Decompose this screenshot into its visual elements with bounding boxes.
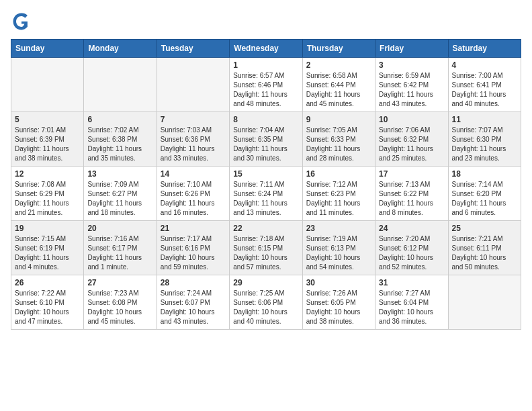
day-cell-21: 21Sunrise: 7:17 AM Sunset: 6:16 PM Dayli… [157,221,229,275]
day-cell-2: 2Sunrise: 6:58 AM Sunset: 6:44 PM Daylig… [302,58,375,112]
header-sunday: Sunday [11,40,84,58]
day-number: 19 [15,224,80,233]
day-cell-28: 28Sunrise: 7:24 AM Sunset: 6:07 PM Dayli… [157,275,229,330]
week-row-3: 12Sunrise: 7:08 AM Sunset: 6:29 PM Dayli… [11,167,521,221]
day-number: 24 [379,224,444,233]
day-number: 25 [452,224,517,233]
day-info: Sunrise: 7:05 AM Sunset: 6:33 PM Dayligh… [306,126,371,163]
day-number: 28 [161,278,226,287]
day-number: 4 [452,60,517,70]
day-info: Sunrise: 7:18 AM Sunset: 6:15 PM Dayligh… [233,234,298,272]
week-row-2: 5Sunrise: 7:01 AM Sunset: 6:39 PM Daylig… [11,112,521,167]
day-info: Sunrise: 7:17 AM Sunset: 6:16 PM Dayligh… [161,234,226,272]
day-number: 12 [15,169,80,179]
day-cell-15: 15Sunrise: 7:11 AM Sunset: 6:24 PM Dayli… [230,167,302,221]
day-info: Sunrise: 7:06 AM Sunset: 6:32 PM Dayligh… [379,126,444,163]
day-number: 3 [379,60,444,70]
day-cell-9: 9Sunrise: 7:05 AM Sunset: 6:33 PM Daylig… [302,112,375,167]
day-info: Sunrise: 7:04 AM Sunset: 6:35 PM Dayligh… [233,126,298,163]
day-number: 11 [452,115,517,124]
day-number: 15 [233,169,298,179]
header-tuesday: Tuesday [157,40,229,58]
header-friday: Friday [375,40,448,58]
day-number: 29 [233,278,298,287]
day-number: 6 [87,115,152,124]
day-number: 16 [306,169,371,179]
day-number: 30 [306,278,371,287]
day-cell-5: 5Sunrise: 7:01 AM Sunset: 6:39 PM Daylig… [11,112,84,167]
day-info: Sunrise: 7:01 AM Sunset: 6:39 PM Dayligh… [15,126,80,163]
empty-cell [157,58,229,112]
day-cell-26: 26Sunrise: 7:22 AM Sunset: 6:10 PM Dayli… [11,275,84,330]
day-info: Sunrise: 7:24 AM Sunset: 6:07 PM Dayligh… [161,289,226,326]
day-cell-25: 25Sunrise: 7:21 AM Sunset: 6:11 PM Dayli… [448,221,521,275]
day-info: Sunrise: 7:03 AM Sunset: 6:36 PM Dayligh… [161,126,226,163]
day-info: Sunrise: 7:08 AM Sunset: 6:29 PM Dayligh… [15,180,80,218]
week-row-1: 1Sunrise: 6:57 AM Sunset: 6:46 PM Daylig… [11,58,521,112]
day-number: 2 [306,60,371,70]
empty-cell [448,275,521,330]
day-info: Sunrise: 7:12 AM Sunset: 6:23 PM Dayligh… [306,180,371,218]
day-info: Sunrise: 7:16 AM Sunset: 6:17 PM Dayligh… [87,234,152,272]
day-cell-10: 10Sunrise: 7:06 AM Sunset: 6:32 PM Dayli… [375,112,448,167]
day-info: Sunrise: 7:22 AM Sunset: 6:10 PM Dayligh… [15,289,80,326]
empty-cell [11,58,84,112]
day-info: Sunrise: 6:59 AM Sunset: 6:42 PM Dayligh… [379,71,444,109]
day-info: Sunrise: 7:15 AM Sunset: 6:19 PM Dayligh… [15,234,80,272]
weekday-header-row: SundayMondayTuesdayWednesdayThursdayFrid… [11,40,521,58]
day-cell-14: 14Sunrise: 7:10 AM Sunset: 6:26 PM Dayli… [157,167,229,221]
header-monday: Monday [84,40,157,58]
day-info: Sunrise: 7:14 AM Sunset: 6:20 PM Dayligh… [452,180,517,218]
page-header [11,11,521,32]
day-cell-23: 23Sunrise: 7:19 AM Sunset: 6:13 PM Dayli… [302,221,375,275]
logo-icon [11,11,32,32]
day-number: 23 [306,224,371,233]
day-number: 14 [161,169,226,179]
day-info: Sunrise: 7:09 AM Sunset: 6:27 PM Dayligh… [87,180,152,218]
day-cell-19: 19Sunrise: 7:15 AM Sunset: 6:19 PM Dayli… [11,221,84,275]
day-number: 8 [233,115,298,124]
empty-cell [84,58,157,112]
day-number: 5 [15,115,80,124]
day-cell-1: 1Sunrise: 6:57 AM Sunset: 6:46 PM Daylig… [230,58,302,112]
day-cell-31: 31Sunrise: 7:27 AM Sunset: 6:04 PM Dayli… [375,275,448,330]
day-info: Sunrise: 7:00 AM Sunset: 6:41 PM Dayligh… [452,71,517,109]
day-number: 18 [452,169,517,179]
day-cell-16: 16Sunrise: 7:12 AM Sunset: 6:23 PM Dayli… [302,167,375,221]
day-info: Sunrise: 7:10 AM Sunset: 6:26 PM Dayligh… [161,180,226,218]
day-cell-12: 12Sunrise: 7:08 AM Sunset: 6:29 PM Dayli… [11,167,84,221]
header-saturday: Saturday [448,40,521,58]
day-info: Sunrise: 7:02 AM Sunset: 6:38 PM Dayligh… [87,126,152,163]
day-number: 10 [379,115,444,124]
day-info: Sunrise: 6:58 AM Sunset: 6:44 PM Dayligh… [306,71,371,109]
day-number: 27 [87,278,152,287]
day-number: 13 [87,169,152,179]
day-number: 31 [379,278,444,287]
day-number: 1 [233,60,298,70]
day-cell-30: 30Sunrise: 7:26 AM Sunset: 6:05 PM Dayli… [302,275,375,330]
day-info: Sunrise: 7:07 AM Sunset: 6:30 PM Dayligh… [452,126,517,163]
day-cell-8: 8Sunrise: 7:04 AM Sunset: 6:35 PM Daylig… [230,112,302,167]
day-cell-20: 20Sunrise: 7:16 AM Sunset: 6:17 PM Dayli… [84,221,157,275]
day-info: Sunrise: 7:19 AM Sunset: 6:13 PM Dayligh… [306,234,371,272]
header-wednesday: Wednesday [230,40,302,58]
day-number: 7 [161,115,226,124]
header-thursday: Thursday [302,40,375,58]
day-info: Sunrise: 7:27 AM Sunset: 6:04 PM Dayligh… [379,289,444,326]
day-cell-3: 3Sunrise: 6:59 AM Sunset: 6:42 PM Daylig… [375,58,448,112]
day-number: 22 [233,224,298,233]
day-number: 17 [379,169,444,179]
day-cell-29: 29Sunrise: 7:25 AM Sunset: 6:06 PM Dayli… [230,275,302,330]
day-cell-4: 4Sunrise: 7:00 AM Sunset: 6:41 PM Daylig… [448,58,521,112]
week-row-5: 26Sunrise: 7:22 AM Sunset: 6:10 PM Dayli… [11,275,521,330]
day-info: Sunrise: 7:13 AM Sunset: 6:22 PM Dayligh… [379,180,444,218]
day-cell-13: 13Sunrise: 7:09 AM Sunset: 6:27 PM Dayli… [84,167,157,221]
day-cell-22: 22Sunrise: 7:18 AM Sunset: 6:15 PM Dayli… [230,221,302,275]
day-number: 26 [15,278,80,287]
day-info: Sunrise: 7:26 AM Sunset: 6:05 PM Dayligh… [306,289,371,326]
day-cell-17: 17Sunrise: 7:13 AM Sunset: 6:22 PM Dayli… [375,167,448,221]
day-info: Sunrise: 7:25 AM Sunset: 6:06 PM Dayligh… [233,289,298,326]
day-info: Sunrise: 7:23 AM Sunset: 6:08 PM Dayligh… [87,289,152,326]
day-info: Sunrise: 7:21 AM Sunset: 6:11 PM Dayligh… [452,234,517,272]
day-info: Sunrise: 7:11 AM Sunset: 6:24 PM Dayligh… [233,180,298,218]
